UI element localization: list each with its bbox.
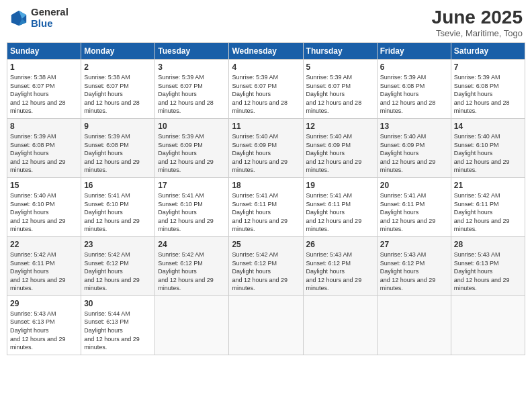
- day-info: Sunrise: 5:41 AMSunset: 6:11 PMDaylight …: [232, 191, 300, 234]
- table-row: 7Sunrise: 5:39 AMSunset: 6:08 PMDaylight…: [451, 60, 525, 119]
- table-row: [229, 295, 303, 355]
- day-info: Sunrise: 5:43 AMSunset: 6:13 PMDaylight …: [454, 250, 522, 293]
- table-row: [155, 295, 229, 355]
- table-row: 1Sunrise: 5:38 AMSunset: 6:07 PMDaylight…: [7, 60, 81, 119]
- calendar-title: June 2025: [432, 7, 523, 28]
- day-number: 19: [306, 181, 374, 190]
- table-row: 24Sunrise: 5:42 AMSunset: 6:12 PMDayligh…: [155, 236, 229, 295]
- day-number: 11: [232, 122, 300, 131]
- day-number: 7: [454, 62, 522, 72]
- table-row: 6Sunrise: 5:39 AMSunset: 6:08 PMDaylight…: [377, 60, 451, 119]
- day-number: 14: [454, 122, 522, 131]
- table-row: 4Sunrise: 5:39 AMSunset: 6:07 PMDaylight…: [229, 60, 303, 119]
- col-wednesday: Wednesday: [229, 43, 303, 60]
- day-number: 20: [380, 181, 448, 190]
- day-number: 15: [10, 181, 78, 190]
- day-info: Sunrise: 5:43 AMSunset: 6:12 PMDaylight …: [306, 250, 374, 293]
- logo-text: General Blue: [31, 7, 69, 29]
- day-number: 29: [10, 299, 78, 308]
- day-number: 1: [10, 62, 78, 72]
- day-info: Sunrise: 5:38 AMSunset: 6:07 PMDaylight …: [10, 73, 78, 116]
- logo-icon: [9, 9, 28, 28]
- day-number: 6: [380, 62, 448, 72]
- logo-general-label: General: [31, 7, 69, 18]
- day-info: Sunrise: 5:39 AMSunset: 6:09 PMDaylight …: [158, 132, 226, 175]
- day-info: Sunrise: 5:44 AMSunset: 6:13 PMDaylight …: [84, 310, 152, 352]
- table-row: 23Sunrise: 5:42 AMSunset: 6:12 PMDayligh…: [81, 236, 155, 295]
- day-info: Sunrise: 5:40 AMSunset: 6:09 PMDaylight …: [232, 132, 300, 175]
- day-info: Sunrise: 5:42 AMSunset: 6:12 PMDaylight …: [84, 250, 152, 293]
- day-info: Sunrise: 5:38 AMSunset: 6:07 PMDaylight …: [84, 73, 152, 116]
- day-info: Sunrise: 5:42 AMSunset: 6:11 PMDaylight …: [10, 250, 78, 293]
- table-row: 17Sunrise: 5:41 AMSunset: 6:10 PMDayligh…: [155, 177, 229, 236]
- header-row: Sunday Monday Tuesday Wednesday Thursday…: [7, 43, 525, 60]
- table-row: [377, 295, 451, 355]
- logo: General Blue: [9, 7, 69, 29]
- day-info: Sunrise: 5:43 AMSunset: 6:13 PMDaylight …: [10, 310, 78, 352]
- day-number: 10: [158, 122, 226, 131]
- day-info: Sunrise: 5:42 AMSunset: 6:11 PMDaylight …: [454, 191, 522, 234]
- day-info: Sunrise: 5:40 AMSunset: 6:10 PMDaylight …: [454, 132, 522, 175]
- day-info: Sunrise: 5:39 AMSunset: 6:08 PMDaylight …: [84, 132, 152, 175]
- table-row: 25Sunrise: 5:42 AMSunset: 6:12 PMDayligh…: [229, 236, 303, 295]
- table-row: 9Sunrise: 5:39 AMSunset: 6:08 PMDaylight…: [81, 118, 155, 177]
- week-row-4: 22Sunrise: 5:42 AMSunset: 6:11 PMDayligh…: [7, 236, 525, 295]
- day-number: 8: [10, 122, 78, 131]
- table-row: 10Sunrise: 5:39 AMSunset: 6:09 PMDayligh…: [155, 118, 229, 177]
- day-number: 21: [454, 181, 522, 190]
- table-row: 29Sunrise: 5:43 AMSunset: 6:13 PMDayligh…: [7, 295, 81, 355]
- day-info: Sunrise: 5:39 AMSunset: 6:08 PMDaylight …: [10, 132, 78, 175]
- day-number: 16: [84, 181, 152, 190]
- table-row: 16Sunrise: 5:41 AMSunset: 6:10 PMDayligh…: [81, 177, 155, 236]
- col-sunday: Sunday: [7, 43, 81, 60]
- day-number: 4: [232, 62, 300, 72]
- logo-blue-label: Blue: [31, 18, 69, 30]
- col-friday: Friday: [377, 43, 451, 60]
- table-row: 2Sunrise: 5:38 AMSunset: 6:07 PMDaylight…: [81, 60, 155, 119]
- day-number: 3: [158, 62, 226, 72]
- day-number: 17: [158, 181, 226, 190]
- calendar-subtitle: Tsevie, Maritime, Togo: [432, 28, 523, 38]
- table-row: 15Sunrise: 5:40 AMSunset: 6:10 PMDayligh…: [7, 177, 81, 236]
- day-number: 13: [380, 122, 448, 131]
- table-row: [451, 295, 525, 355]
- day-number: 5: [306, 62, 374, 72]
- col-saturday: Saturday: [451, 43, 525, 60]
- day-info: Sunrise: 5:43 AMSunset: 6:12 PMDaylight …: [380, 250, 448, 293]
- day-info: Sunrise: 5:39 AMSunset: 6:07 PMDaylight …: [158, 73, 226, 116]
- week-row-1: 1Sunrise: 5:38 AMSunset: 6:07 PMDaylight…: [7, 60, 525, 119]
- day-number: 2: [84, 62, 152, 72]
- day-number: 18: [232, 181, 300, 190]
- table-row: 3Sunrise: 5:39 AMSunset: 6:07 PMDaylight…: [155, 60, 229, 119]
- day-info: Sunrise: 5:40 AMSunset: 6:10 PMDaylight …: [10, 191, 78, 234]
- week-row-2: 8Sunrise: 5:39 AMSunset: 6:08 PMDaylight…: [7, 118, 525, 177]
- day-number: 27: [380, 240, 448, 249]
- table-row: 21Sunrise: 5:42 AMSunset: 6:11 PMDayligh…: [451, 177, 525, 236]
- day-number: 24: [158, 240, 226, 249]
- table-row: 13Sunrise: 5:40 AMSunset: 6:09 PMDayligh…: [377, 118, 451, 177]
- calendar-table: Sunday Monday Tuesday Wednesday Thursday…: [7, 42, 525, 355]
- table-row: 22Sunrise: 5:42 AMSunset: 6:11 PMDayligh…: [7, 236, 81, 295]
- day-number: 28: [454, 240, 522, 249]
- table-row: 20Sunrise: 5:41 AMSunset: 6:11 PMDayligh…: [377, 177, 451, 236]
- table-row: 19Sunrise: 5:41 AMSunset: 6:11 PMDayligh…: [303, 177, 377, 236]
- day-info: Sunrise: 5:41 AMSunset: 6:10 PMDaylight …: [84, 191, 152, 234]
- day-number: 30: [84, 299, 152, 308]
- table-row: 8Sunrise: 5:39 AMSunset: 6:08 PMDaylight…: [7, 118, 81, 177]
- day-info: Sunrise: 5:42 AMSunset: 6:12 PMDaylight …: [232, 250, 300, 293]
- day-info: Sunrise: 5:42 AMSunset: 6:12 PMDaylight …: [158, 250, 226, 293]
- col-tuesday: Tuesday: [155, 43, 229, 60]
- table-row: 11Sunrise: 5:40 AMSunset: 6:09 PMDayligh…: [229, 118, 303, 177]
- day-info: Sunrise: 5:41 AMSunset: 6:11 PMDaylight …: [380, 191, 448, 234]
- table-row: 18Sunrise: 5:41 AMSunset: 6:11 PMDayligh…: [229, 177, 303, 236]
- table-row: [303, 295, 377, 355]
- day-info: Sunrise: 5:40 AMSunset: 6:09 PMDaylight …: [306, 132, 374, 175]
- day-number: 25: [232, 240, 300, 249]
- day-number: 22: [10, 240, 78, 249]
- table-row: 28Sunrise: 5:43 AMSunset: 6:13 PMDayligh…: [451, 236, 525, 295]
- day-info: Sunrise: 5:39 AMSunset: 6:08 PMDaylight …: [380, 73, 448, 116]
- table-row: 14Sunrise: 5:40 AMSunset: 6:10 PMDayligh…: [451, 118, 525, 177]
- col-thursday: Thursday: [303, 43, 377, 60]
- col-monday: Monday: [81, 43, 155, 60]
- day-info: Sunrise: 5:41 AMSunset: 6:11 PMDaylight …: [306, 191, 374, 234]
